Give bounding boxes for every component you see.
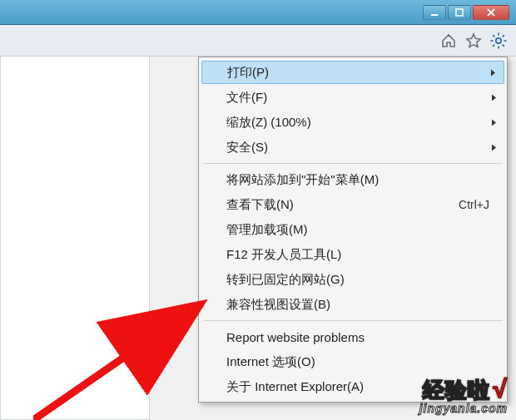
menu-item-label: 管理加载项(M) xyxy=(226,222,489,238)
menu-item-add-to-start[interactable]: 将网站添加到"开始"菜单(M) xyxy=(201,167,504,192)
menu-item-label: F12 开发人员工具(L) xyxy=(226,247,489,263)
menu-separator xyxy=(203,163,503,164)
menu-item-file[interactable]: 文件(F) xyxy=(201,85,504,110)
svg-line-8 xyxy=(503,44,504,46)
tools-menu: 打印(P) 文件(F) 缩放(Z) (100%) 安全(S) 将网站添加到 xyxy=(198,57,508,403)
window-titlebar xyxy=(0,0,516,25)
menu-item-shortcut: Ctrl+J xyxy=(459,198,489,211)
menu-item-label: 将网站添加到"开始"菜单(M) xyxy=(226,172,489,188)
menu-item-label: 转到已固定的网站(G) xyxy=(226,272,489,288)
content-area xyxy=(0,57,150,420)
menu-item-label: Report website problems xyxy=(226,330,489,344)
menu-item-label: 文件(F) xyxy=(226,90,489,106)
svg-rect-1 xyxy=(456,9,463,16)
svg-line-9 xyxy=(503,35,504,37)
home-icon[interactable] xyxy=(439,32,458,50)
menu-item-print[interactable]: 打印(P) xyxy=(201,61,504,84)
menu-item-report-problems[interactable]: Report website problems xyxy=(201,324,504,349)
svg-line-10 xyxy=(493,44,494,46)
menu-item-internet-options[interactable]: Internet 选项(O) xyxy=(201,349,504,374)
menu-item-label: Internet 选项(O) xyxy=(226,354,489,370)
menu-item-label: 查看下载(N) xyxy=(226,197,459,213)
menu-item-about-ie[interactable]: 关于 Internet Explorer(A) xyxy=(201,374,504,399)
submenu-arrow-icon xyxy=(490,66,497,80)
menu-item-label: 关于 Internet Explorer(A) xyxy=(226,379,489,395)
gear-icon[interactable] xyxy=(489,32,508,50)
submenu-arrow-icon xyxy=(491,141,498,155)
menu-item-label: 打印(P) xyxy=(227,65,489,81)
browser-toolbar xyxy=(0,25,516,57)
menu-item-pinned-sites[interactable]: 转到已固定的网站(G) xyxy=(201,267,504,292)
submenu-arrow-icon xyxy=(491,116,498,130)
maximize-button[interactable] xyxy=(448,5,471,20)
menu-item-zoom[interactable]: 缩放(Z) (100%) xyxy=(201,110,504,135)
menu-item-label: 兼容性视图设置(B) xyxy=(226,297,489,313)
menu-item-f12-devtools[interactable]: F12 开发人员工具(L) xyxy=(201,242,504,267)
menu-item-label: 安全(S) xyxy=(226,140,489,156)
menu-item-label: 缩放(Z) (100%) xyxy=(226,115,489,131)
menu-item-view-downloads[interactable]: 查看下载(N) Ctrl+J xyxy=(201,192,504,217)
minimize-button[interactable] xyxy=(423,5,446,20)
menu-item-safety[interactable]: 安全(S) xyxy=(201,135,504,160)
menu-separator xyxy=(203,320,503,321)
menu-item-compat-view[interactable]: 兼容性视图设置(B) xyxy=(201,292,504,317)
svg-line-7 xyxy=(493,35,494,37)
favorites-star-icon[interactable] xyxy=(464,32,483,50)
close-button[interactable] xyxy=(473,5,509,20)
svg-rect-0 xyxy=(431,14,438,16)
menu-item-manage-addons[interactable]: 管理加载项(M) xyxy=(201,217,504,242)
submenu-arrow-icon xyxy=(491,91,498,105)
watermark-url: jingyanla.com xyxy=(419,402,508,415)
svg-point-2 xyxy=(496,37,501,42)
